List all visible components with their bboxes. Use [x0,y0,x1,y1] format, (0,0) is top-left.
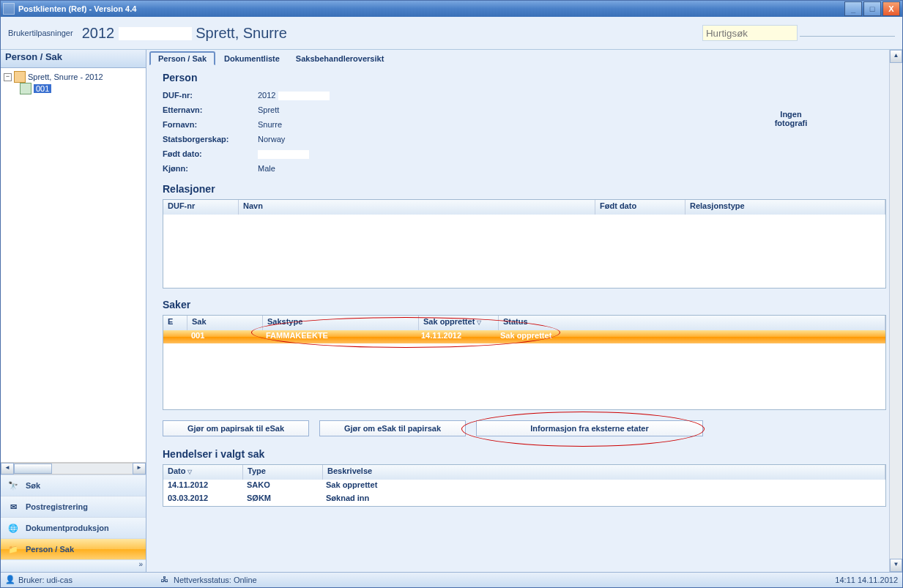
col-relasjonstype[interactable]: Relasjonstype [685,200,885,215]
col-e[interactable]: E [163,316,187,330]
statsborgerskap-label: Statsborgerskap: [163,132,258,146]
cell-beskrivelse: Søknad inn [322,493,885,506]
hendelser-body: 14.11.2012 SAKO Sak opprettet 03.03.2012… [163,480,885,506]
saker-row-selected[interactable]: 001 FAMMAKEEKTE 14.11.2012 Sak opprettet [163,330,885,343]
close-button[interactable]: X [882,1,900,16]
photo-text-1: Ingen [747,110,835,119]
cell-dato: 14.11.2012 [163,480,242,493]
saker-body: 001 FAMMAKEEKTE 14.11.2012 Sak opprettet [163,330,885,409]
person-icon [14,71,26,83]
relasjoner-header: DUF-nr Navn Født dato Relasjonstype [163,200,885,215]
tab-saksbehandleroversikt[interactable]: Saksbehandleroversikt [289,53,391,64]
action-buttons: Gjør om papirsak til eSak Gjør om eSak t… [163,420,886,436]
cell-type: SØKM [242,493,322,506]
col-navn[interactable]: Navn [239,200,595,215]
scroll-up-icon[interactable]: ▲ [890,50,902,63]
nav-item-postregistrering[interactable]: ✉ Postregistrering [1,496,146,517]
fodt-label: Født dato: [163,146,258,161]
saker-table: E Sak Sakstype Sak opprettet▽ Status 001… [163,315,886,410]
status-clock: 14:11 14.11.2012 [835,576,898,584]
col-sakstype[interactable]: Sakstype [263,316,419,330]
tree-child-label: 001 [34,84,51,93]
nav-item-label: Postregistrering [26,502,88,511]
hendelser-row[interactable]: 03.03.2012 SØKM Søknad inn [163,493,885,506]
binoculars-icon: 🔭 [7,480,20,491]
redacted-number [119,27,192,40]
section-title-hendelser: Hendelser i valgt sak [163,448,886,460]
col-status[interactable]: Status [499,316,885,330]
status-network: 🖧 Nettverksstatus: Online [160,575,257,585]
tab-dokumentliste[interactable]: Dokumentliste [217,53,287,64]
network-icon: 🖧 [160,575,171,585]
status-user: 👤 Bruker: udi-cas [5,575,73,585]
tab-content: Person DUF-nr: Etternavn: Fornavn: Stats… [146,64,902,572]
collapse-icon[interactable]: − [4,73,12,81]
minimize-button[interactable]: _ [844,1,862,16]
photo-text-2: fotografi [747,119,835,127]
fornavn-value: Snurre [258,117,330,132]
scroll-down-icon[interactable]: ▼ [890,559,902,572]
cell-type: SAKO [242,480,322,493]
fodt-value [258,146,330,161]
col-fodt-dato[interactable]: Født dato [595,200,685,215]
col-sak[interactable]: Sak [187,316,263,330]
nav-item-label: Søk [26,481,40,490]
body: Person / Sak − Sprett, Snurre - 2012 001… [1,50,902,572]
user-icon: 👤 [5,575,15,585]
nav-item-search[interactable]: 🔭 Søk [1,475,146,496]
hendelser-row[interactable]: 14.11.2012 SAKO Sak opprettet [163,480,885,493]
convert-to-papirsak-button[interactable]: Gjør om eSak til papirsak [319,420,466,436]
external-info-button[interactable]: Informasjon fra eksterne etater [476,420,703,436]
tree-root-row[interactable]: − Sprett, Snurre - 2012 [4,71,143,83]
cell-sakstype: FAMMAKEEKTE [261,330,417,343]
section-title-relasjoner: Relasjoner [163,183,886,195]
nav-expand-toggle[interactable]: » [1,559,146,572]
title-bar[interactable]: Postklienten (Ref) - Version 4.4 _ □ X [1,1,902,17]
scroll-right-icon[interactable]: ► [133,463,146,475]
cell-beskrivelse: Sak opprettet [322,480,885,493]
tree-hscrollbar[interactable]: ◄ ► [1,462,146,475]
quick-search-input[interactable] [702,25,798,41]
col-duf[interactable]: DUF-nr [163,200,239,215]
title-person-name: Sprett, Snurre [196,25,287,41]
tree-view[interactable]: − Sprett, Snurre - 2012 001 [1,68,146,462]
user-settings-link[interactable]: Brukertilpasninger [8,29,73,37]
main-vscrollbar[interactable]: ▲ ▼ [889,50,902,572]
etternavn-value: Sprett [258,103,330,117]
saker-header: E Sak Sakstype Sak opprettet▽ Status [163,316,885,330]
nav-stack: 🔭 Søk ✉ Postregistrering 🌐 Dokumentprodu… [1,475,146,572]
cell-e [163,330,187,343]
col-type[interactable]: Type [243,465,323,480]
kjonn-value: Male [258,161,330,176]
nav-item-label: Person / Sak [26,545,74,554]
cell-status: Sak opprettet [496,330,885,343]
scroll-left-icon[interactable]: ◄ [1,463,14,475]
app-icon [3,3,15,15]
nav-item-person-sak[interactable]: 📁 Person / Sak [1,538,146,559]
tree-root-label: Sprett, Snurre - 2012 [28,72,103,81]
col-dato[interactable]: Dato▽ [163,465,243,480]
col-beskrivelse[interactable]: Beskrivelse [323,465,885,480]
tab-person-sak[interactable]: Person / Sak [149,51,215,65]
sidebar-header: Person / Sak [1,50,146,68]
tab-bar: Person / Sak Dokumentliste Saksbehandler… [146,50,902,64]
relasjoner-table: DUF-nr Navn Født dato Relasjonstype [163,199,886,289]
statsborgerskap-value: Norway [258,132,330,146]
section-title-saker: Saker [163,299,886,310]
nav-item-dokumentproduksjon[interactable]: 🌐 Dokumentproduksjon [1,517,146,538]
hendelser-table: Dato▽ Type Beskrivelse 14.11.2012 SAKO S… [163,464,886,507]
sort-desc-icon: ▽ [187,469,192,475]
person-details: DUF-nr: Etternavn: Fornavn: Statsborgers… [163,88,886,176]
section-title-person: Person [163,72,886,83]
globe-doc-icon: 🌐 [7,522,20,534]
relasjoner-body [163,215,885,288]
convert-to-esak-button[interactable]: Gjør om papirsak til eSak [163,420,309,436]
col-sak-opprettet[interactable]: Sak opprettet▽ [419,316,499,330]
nav-item-label: Dokumentproduksjon [26,524,109,532]
maximize-button[interactable]: □ [863,1,881,16]
tree-child-row[interactable]: 001 [4,83,143,94]
sidebar: Person / Sak − Sprett, Snurre - 2012 001… [1,50,146,572]
scroll-thumb[interactable] [14,464,52,474]
status-bar: 👤 Bruker: udi-cas 🖧 Nettverksstatus: Onl… [1,572,902,587]
status-user-label: Bruker: udi-cas [18,576,73,584]
